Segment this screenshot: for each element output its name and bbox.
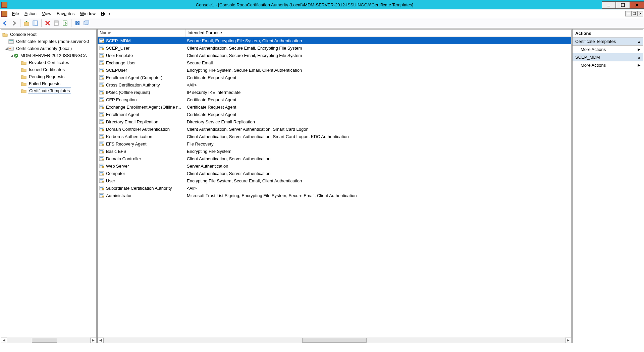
list-row[interactable]: Exchange UserSecure Email — [98, 59, 571, 66]
properties-button[interactable] — [52, 19, 60, 27]
export-button[interactable] — [61, 19, 69, 27]
tree-revoked[interactable]: Revoked Certificates — [2, 59, 96, 66]
column-name[interactable]: Name — [98, 30, 185, 37]
list-row[interactable]: Basic EFSEncrypting File System — [98, 148, 571, 155]
collapse-icon: ▴ — [638, 55, 640, 60]
list-row[interactable]: UserEncrypting File System, Secure Email… — [98, 177, 571, 184]
list-row[interactable]: Domain ControllerClient Authentication, … — [98, 155, 571, 162]
list-scrollbar[interactable]: ◀ ▶ — [98, 337, 571, 343]
svg-point-84 — [102, 188, 104, 190]
actions-section-templates[interactable]: Certificate Templates ▴ — [573, 38, 643, 46]
cell-purpose: Server Authentication — [185, 163, 571, 169]
list-row[interactable]: Enrollment Agent (Computer)Certificate R… — [98, 74, 571, 81]
list-row[interactable]: Cross Certification Authority<All> — [98, 81, 571, 89]
cell-purpose: <All> — [185, 185, 571, 191]
actions-section-selected[interactable]: SCEP_MDM ▴ — [573, 53, 643, 61]
cell-purpose: Client Authentication, Server Authentica… — [185, 171, 571, 176]
list-row[interactable]: SCEP_MDMSecure Email, Encrypting File Sy… — [98, 37, 571, 44]
tree-issued[interactable]: Issued Certificates — [2, 66, 96, 73]
cell-purpose: Client Authentication, Server Authentica… — [185, 126, 571, 132]
list-row[interactable]: Directory Email ReplicationDirectory Ser… — [98, 118, 571, 125]
list-row[interactable]: EFS Recovery AgentFile Recovery — [98, 140, 571, 148]
maximize-button[interactable] — [616, 1, 630, 9]
folder-icon — [21, 74, 26, 79]
svg-rect-74 — [100, 165, 103, 166]
svg-point-48 — [102, 100, 104, 102]
svg-rect-59 — [100, 128, 103, 129]
scroll-right-icon[interactable]: ▶ — [90, 338, 96, 343]
mdi-minimize-button[interactable]: — — [625, 11, 631, 16]
svg-rect-29 — [100, 54, 103, 55]
cell-purpose: Microsoft Trust List Signing, Encrypting… — [185, 193, 571, 198]
menu-file[interactable]: File — [9, 10, 22, 17]
certificate-template-icon — [99, 156, 104, 161]
menu-view[interactable]: View — [39, 10, 54, 17]
list-row[interactable]: Enrollment AgentCertificate Request Agen… — [98, 111, 571, 118]
svg-point-36 — [102, 70, 104, 72]
forward-button[interactable] — [10, 19, 18, 27]
list-row[interactable]: AdministratorMicrosoft Trust List Signin… — [98, 192, 571, 199]
back-button[interactable] — [1, 19, 9, 27]
close-button[interactable] — [630, 1, 644, 9]
tree-ca-local[interactable]: ◢ Certification Authority (Local) — [2, 45, 96, 52]
collapse-icon[interactable]: ◢ — [10, 54, 14, 57]
svg-rect-50 — [100, 106, 103, 107]
menu-help[interactable]: Help — [98, 10, 113, 17]
tree-issuing-ca[interactable]: ◢ MDM-SERVER-2012-ISSUINGCA — [2, 52, 96, 59]
scroll-right-icon[interactable]: ▶ — [565, 338, 571, 343]
list-row[interactable]: Exchange Enrollment Agent (Offline r...C… — [98, 103, 571, 111]
tree-cert-templates[interactable]: Certificate Templates (mdm-server-20 — [2, 38, 96, 45]
list-row[interactable]: Subordinate Certification Authority<All> — [98, 184, 571, 192]
list-row[interactable]: Kerberos AuthenticationClient Authentica… — [98, 133, 571, 140]
cell-purpose: Certificate Request Agent — [185, 104, 571, 110]
svg-rect-83 — [100, 187, 103, 188]
menu-favorites[interactable]: Favorites — [54, 10, 77, 17]
list-row[interactable]: ComputerClient Authentication, Server Au… — [98, 170, 571, 177]
cell-name: Cross Certification Authority — [98, 82, 185, 88]
folder-icon — [2, 32, 8, 37]
window-title: Console1 - [Console Root\Certification A… — [7, 2, 602, 7]
list-row[interactable]: SCEPUserEncrypting File System, Secure E… — [98, 66, 571, 74]
svg-point-81 — [102, 181, 104, 183]
mdi-close-button[interactable]: ✕ — [637, 11, 643, 16]
svg-point-24 — [102, 41, 104, 43]
list-row[interactable]: Web ServerServer Authentication — [98, 162, 571, 170]
menu-window[interactable]: Window — [77, 10, 98, 17]
menu-action[interactable]: Action — [22, 10, 39, 17]
list-row[interactable]: CEP EncryptionCertificate Request Agent — [98, 96, 571, 103]
cell-purpose: Certificate Request Agent — [185, 112, 571, 117]
list-row[interactable]: UserTemplateClient Authentication, Secur… — [98, 52, 571, 59]
tree-failed[interactable]: Failed Requests — [2, 80, 96, 87]
svg-point-30 — [102, 56, 104, 57]
collapse-icon[interactable]: ◢ — [4, 47, 8, 50]
collapse-icon: ▴ — [638, 39, 640, 44]
statusbar — [0, 344, 644, 352]
tree-pending[interactable]: Pending Requests — [2, 73, 96, 80]
minimize-button[interactable] — [602, 1, 616, 9]
list-row[interactable]: Domain Controller AuthenticationClient A… — [98, 125, 571, 133]
help-button[interactable]: ? — [73, 19, 82, 27]
list-row[interactable]: IPSec (Offline request)IP security IKE i… — [98, 89, 571, 96]
scroll-left-icon[interactable]: ◀ — [1, 338, 7, 343]
scroll-left-icon[interactable]: ◀ — [98, 338, 104, 343]
actions-more-1[interactable]: More Actions ▶ — [573, 46, 643, 53]
certificate-template-icon — [99, 141, 104, 146]
new-window-button[interactable] — [82, 19, 90, 27]
folder-icon — [21, 60, 26, 65]
cell-purpose: Secure Email — [185, 60, 571, 66]
delete-button[interactable] — [44, 19, 52, 27]
certificate-template-icon — [99, 112, 104, 117]
show-hide-button[interactable] — [31, 19, 39, 27]
mdi-restore-button[interactable]: ❐ — [631, 11, 637, 16]
certificate-template-icon — [99, 67, 104, 73]
up-button[interactable] — [22, 19, 31, 27]
check-icon — [14, 53, 18, 58]
tree-root[interactable]: Console Root — [2, 31, 96, 38]
tree-cert-templates-leaf[interactable]: Certificate Templates — [2, 87, 96, 94]
column-purpose[interactable]: Intended Purpose — [185, 30, 571, 37]
svg-rect-56 — [100, 120, 103, 121]
actions-more-2[interactable]: More Actions ▶ — [573, 61, 643, 69]
menubar: File Action View Favorites Window Help —… — [0, 9, 644, 18]
tree-scrollbar[interactable]: ◀ ▶ — [1, 337, 96, 343]
list-row[interactable]: SCEP_UserClient Authentication, Secure E… — [98, 44, 571, 52]
